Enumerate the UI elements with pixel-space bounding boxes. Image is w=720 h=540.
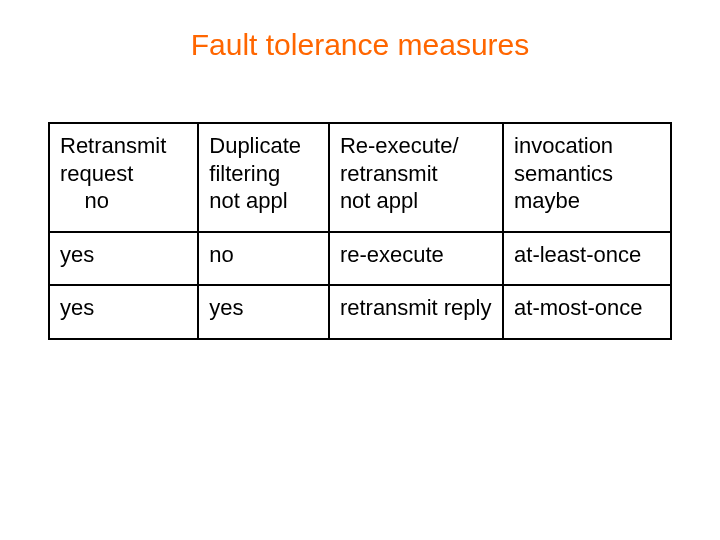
col-duplicate-header: Duplicate filtering not appl xyxy=(198,123,329,232)
col-reexecute-header: Re-execute/ retransmit not appl xyxy=(329,123,503,232)
cell-duplicate: yes xyxy=(198,285,329,339)
col-retransmit-header: Retransmit request no xyxy=(49,123,198,232)
cell-semantics: at-least-once xyxy=(503,232,671,286)
hdr-text: not appl xyxy=(209,187,318,215)
table-container: Retransmit request no Duplicate filterin… xyxy=(48,122,672,340)
table-row: yes no re-execute at-least-once xyxy=(49,232,671,286)
hdr-text: Duplicate xyxy=(209,132,318,160)
hdr-text: no xyxy=(60,187,187,215)
hdr-text: not appl xyxy=(340,187,492,215)
hdr-text: invocation xyxy=(514,132,660,160)
table-row: yes yes retransmit reply at-most-once xyxy=(49,285,671,339)
hdr-text: request xyxy=(60,160,187,188)
cell-semantics: at-most-once xyxy=(503,285,671,339)
hdr-text: Re-execute/ xyxy=(340,132,492,160)
col-semantics-header: invocation semantics maybe xyxy=(503,123,671,232)
page-title: Fault tolerance measures xyxy=(0,0,720,62)
hdr-text: semantics xyxy=(514,160,660,188)
cell-retransmit: yes xyxy=(49,232,198,286)
slide: Fault tolerance measures Retransmit requ… xyxy=(0,0,720,540)
cell-duplicate: no xyxy=(198,232,329,286)
table-header-row: Retransmit request no Duplicate filterin… xyxy=(49,123,671,232)
cell-retransmit: yes xyxy=(49,285,198,339)
hdr-text: Retransmit xyxy=(60,132,187,160)
fault-tolerance-table: Retransmit request no Duplicate filterin… xyxy=(48,122,672,340)
hdr-text: filtering xyxy=(209,160,318,188)
hdr-text: maybe xyxy=(514,187,660,215)
cell-reexecute: re-execute xyxy=(329,232,503,286)
cell-reexecute: retransmit reply xyxy=(329,285,503,339)
hdr-text: retransmit xyxy=(340,160,492,188)
